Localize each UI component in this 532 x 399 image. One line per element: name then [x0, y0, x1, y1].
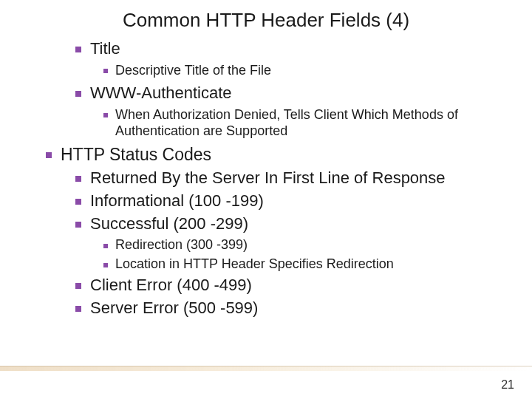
bullet-text: Redirection (300 -399)	[115, 237, 510, 253]
bullet-icon	[103, 244, 108, 248]
footer-divider	[0, 366, 532, 371]
bullet-icon	[75, 199, 81, 205]
bullet-text: WWW-Authenticate	[90, 83, 510, 103]
bullet-successful: Successful (200 -299)	[75, 214, 510, 233]
page-number: 21	[501, 378, 514, 392]
bullet-text: Title	[90, 39, 510, 58]
bullet-server-error: Server Error (500 -599)	[75, 299, 510, 318]
subbullet-title-desc: Descriptive Title of the File	[103, 62, 510, 79]
bullet-icon	[46, 152, 52, 158]
bullet-text: Location in HTTP Header Specifies Redire…	[115, 256, 510, 272]
subbullet-location: Location in HTTP Header Specifies Redire…	[103, 256, 510, 272]
bullet-title: Title	[75, 39, 510, 58]
bullet-icon	[75, 283, 81, 289]
bullet-text: Client Error (400 -499)	[90, 276, 510, 295]
subbullet-www-auth-desc: When Authorization Denied, Tells Client …	[103, 106, 510, 140]
bullet-text: Returned By the Server In First Line of …	[90, 168, 510, 188]
bullet-icon	[75, 306, 81, 312]
bullet-icon	[75, 47, 81, 52]
bullet-client-error: Client Error (400 -499)	[75, 276, 510, 295]
bullet-text: Informational (100 -199)	[90, 191, 510, 211]
bullet-www-auth: WWW-Authenticate	[75, 83, 510, 103]
bullet-icon	[103, 69, 108, 73]
bullet-icon	[75, 176, 81, 182]
slide-content: Title Descriptive Title of the File WWW-…	[0, 39, 532, 318]
subbullet-redirection: Redirection (300 -399)	[103, 237, 510, 253]
bullet-icon	[75, 222, 81, 228]
bullet-status-codes: HTTP Status Codes	[46, 145, 510, 165]
bullet-informational: Informational (100 -199)	[75, 191, 510, 211]
bullet-icon	[75, 91, 81, 97]
bullet-icon	[103, 263, 108, 267]
slide: Common HTTP Header Fields (4) Title Desc…	[0, 0, 532, 399]
bullet-text: When Authorization Denied, Tells Client …	[115, 106, 510, 140]
bullet-returned-by: Returned By the Server In First Line of …	[75, 168, 510, 188]
bullet-text: Server Error (500 -599)	[90, 299, 510, 318]
bullet-icon	[103, 113, 108, 117]
slide-title: Common HTTP Header Fields (4)	[0, 0, 532, 35]
bullet-text: Successful (200 -299)	[90, 214, 510, 233]
bullet-text: Descriptive Title of the File	[115, 62, 510, 79]
bullet-text: HTTP Status Codes	[61, 145, 510, 165]
